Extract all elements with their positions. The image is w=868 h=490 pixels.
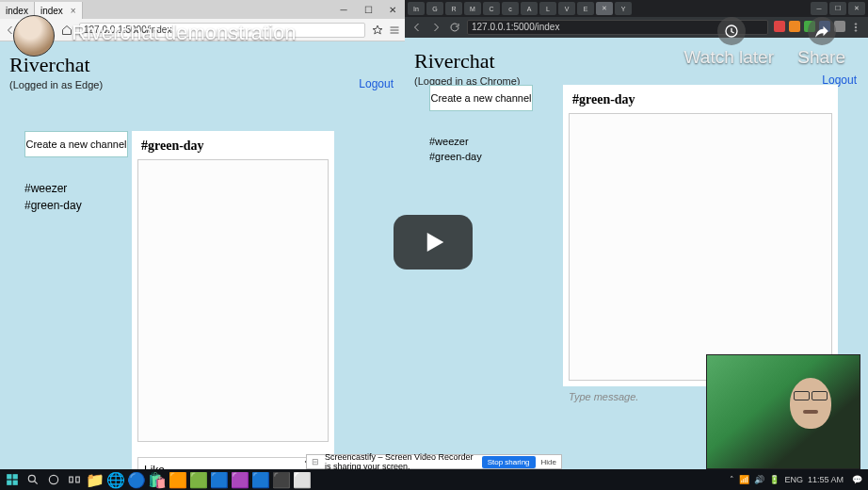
close-tab-icon[interactable]: × [71,6,76,16]
channel-link-green-day[interactable]: #green-day [429,149,533,164]
app-icon[interactable]: 🟩 [192,473,205,486]
svg-point-2 [855,30,857,32]
chrome-tab[interactable]: C [483,2,500,15]
channel-list: #weezer #green-day [429,134,533,164]
explorer-icon[interactable]: 📁 [88,473,102,486]
chat-panel: #green-day [563,85,838,386]
minimize-icon[interactable]: ─ [331,0,356,19]
extension-icon[interactable] [819,21,830,32]
windows-taskbar: 📁 🌐 🔵 🛍️ 🟧 🟩 🟦 🟪 🟦 ⬛ ⬜ ˄ 📶 🔊 🔋 ENG 11:55… [0,469,868,490]
chrome-tab[interactable]: G [426,2,443,15]
chrome-tab[interactable]: M [464,2,481,15]
chrome-tab[interactable]: c [502,2,519,15]
address-bar[interactable]: 127.0.0.1:5000/index [467,20,768,35]
chrome-extension-icons [774,21,862,34]
svg-point-9 [49,475,57,483]
app-icon[interactable]: 🟧 [171,473,185,486]
search-icon[interactable] [26,473,40,486]
forward-icon[interactable] [429,21,442,34]
chrome-tab-active[interactable]: ✕ [596,2,613,15]
banner-text: Screencastify – Screen Video Recorder is… [325,452,476,471]
extension-icon[interactable] [789,21,800,32]
svg-rect-5 [13,474,18,479]
new-channel-input[interactable]: Create a new channel [24,131,128,157]
close-window-icon[interactable]: ✕ [380,0,405,19]
extension-icon[interactable] [804,21,815,32]
chat-messages-area[interactable] [137,159,329,442]
refresh-icon[interactable] [41,24,55,37]
chrome-tab[interactable]: In [408,2,425,15]
channel-link-green-day[interactable]: #green-day [24,197,128,214]
message-input-placeholder[interactable]: Type message. [569,391,638,402]
svg-rect-6 [7,481,11,485]
address-bar[interactable]: 127.0.0.1:5000/index [79,23,365,38]
logout-link[interactable]: Logout [359,77,394,90]
vscode-icon[interactable]: 🟦 [254,473,267,486]
refresh-icon[interactable] [448,21,461,34]
chrome-icon[interactable]: 🔵 [130,473,143,486]
notifications-icon[interactable]: 💬 [852,475,862,484]
app-icon[interactable]: 🟪 [233,473,247,486]
start-icon[interactable] [6,473,19,486]
menu-icon[interactable] [388,24,401,37]
tab-label: index [6,6,28,16]
svg-rect-10 [70,477,73,482]
new-channel-input[interactable]: Create a new channel [429,85,533,111]
webcam-face [790,378,831,429]
tab-bar: index index × ─ ☐ ✕ [0,0,405,19]
edge-window: index index × ─ ☐ ✕ 127.0.0.1:5000/index [0,0,405,469]
chrome-tab[interactable]: Y [615,2,632,15]
maximize-icon[interactable]: ☐ [829,2,846,15]
tray-icon[interactable]: 🔊 [754,475,764,484]
chat-panel: #green-day Like ✕ [132,131,334,489]
edge-icon[interactable]: 🌐 [109,473,122,486]
tray-icon[interactable]: 🔋 [769,475,780,484]
svg-rect-7 [13,481,18,485]
chat-messages-area[interactable] [569,113,832,381]
hide-banner-button[interactable]: Hide [541,458,556,466]
app-icon[interactable]: 🟦 [213,473,226,486]
app-icon[interactable]: ⬜ [296,473,309,486]
extension-icon[interactable] [834,21,845,32]
close-window-icon[interactable]: ✕ [848,2,865,15]
chrome-tab[interactable]: V [558,2,575,15]
maximize-icon[interactable]: ☐ [356,0,380,19]
tray-icon[interactable]: 📶 [739,475,749,484]
svg-point-0 [855,24,857,25]
chrome-toolbar: 127.0.0.1:5000/index [405,17,868,38]
stop-sharing-button[interactable]: Stop sharing [482,456,536,468]
chat-title: #green-day [569,90,832,113]
tray-chevron-icon[interactable]: ˄ [730,475,734,484]
chat-title: #green-day [137,137,329,159]
channel-link-weezer[interactable]: #weezer [24,180,128,197]
system-tray[interactable]: ˄ 📶 🔊 🔋 ENG 11:55 AM 💬 [730,475,862,484]
chrome-tab[interactable]: A [521,2,538,15]
extension-icon[interactable] [774,21,785,32]
taskbar-clock[interactable]: 11:55 AM [808,475,844,484]
minimize-icon[interactable]: ─ [811,2,828,15]
tray-language[interactable]: ENG [784,475,803,484]
webcam-overlay [706,354,860,469]
terminal-icon[interactable]: ⬛ [275,473,288,486]
cortana-icon[interactable] [47,473,60,486]
task-view-icon[interactable] [68,473,81,486]
home-icon[interactable] [60,24,73,37]
page-content-left: Riverchat (Logged in as Edge) Logout Cre… [0,41,405,469]
logged-in-text: (Logged in as Edge) [0,79,405,98]
svg-point-8 [28,475,35,482]
brand-title: Riverchat [0,41,405,79]
chrome-tabstrip: In G R M C c A L V E ✕ Y ─ ☐ ✕ [405,0,868,17]
store-icon[interactable]: 🛍️ [151,473,164,486]
chrome-tab[interactable]: R [445,2,462,15]
back-icon[interactable] [410,21,424,34]
forward-icon[interactable] [23,24,36,37]
channel-link-weezer[interactable]: #weezer [429,134,533,149]
star-icon[interactable] [371,24,384,37]
chrome-tab[interactable]: L [539,2,556,15]
tab-index-0[interactable]: index [0,2,35,19]
back-icon[interactable] [4,24,17,37]
tab-index-1[interactable]: index × [35,2,83,19]
tab-label: index [40,6,63,16]
menu-icon[interactable] [849,21,862,34]
chrome-tab[interactable]: E [577,2,594,15]
